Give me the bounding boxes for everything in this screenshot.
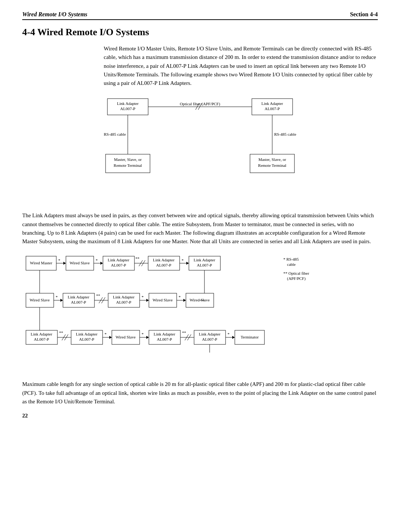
svg-text:Link Adapter: Link Adapter bbox=[261, 101, 283, 106]
svg-text:(APF/PCF): (APF/PCF) bbox=[287, 276, 306, 281]
svg-text:Link Adapter: Link Adapter bbox=[117, 101, 139, 106]
svg-text:*: * bbox=[141, 295, 144, 299]
svg-text:*: * bbox=[179, 295, 181, 299]
svg-text:AL007-P: AL007-P bbox=[197, 263, 212, 267]
svg-text:*: * bbox=[141, 332, 144, 336]
svg-marker-23 bbox=[63, 262, 66, 265]
svg-marker-89 bbox=[109, 336, 112, 339]
svg-text:cable: cable bbox=[287, 262, 296, 267]
svg-text:AL007-P: AL007-P bbox=[116, 300, 131, 304]
svg-text:Remote Terminal: Remote Terminal bbox=[258, 163, 286, 168]
svg-text:**  Optical fiber: ** Optical fiber bbox=[283, 271, 309, 275]
svg-text:*: * bbox=[58, 258, 60, 262]
paragraph-1: Wired Remote I/O Master Units, Remote I/… bbox=[104, 44, 378, 87]
svg-text:AL007-P: AL007-P bbox=[202, 337, 217, 341]
svg-text:**: ** bbox=[136, 256, 140, 261]
svg-text:Optical fiber (APF/PCF): Optical fiber (APF/PCF) bbox=[180, 102, 220, 106]
svg-text:*: * bbox=[56, 295, 58, 299]
diagram-1: Link Adapter AL007-P Link Adapter AL007-… bbox=[85, 95, 315, 202]
svg-marker-71 bbox=[183, 299, 186, 302]
svg-text:Link Adapter: Link Adapter bbox=[68, 295, 90, 299]
svg-text:*: * bbox=[96, 258, 98, 262]
svg-text:Link Adapter: Link Adapter bbox=[113, 295, 135, 299]
diagram-2: Wired Master * Wired Slave * Link Adapte… bbox=[24, 252, 376, 371]
svg-text:Master, Slave, or: Master, Slave, or bbox=[259, 157, 286, 162]
header-title: Wired Remote I/O Systems bbox=[22, 11, 87, 18]
section-title: 4-4 Wired Remote I/O Systems bbox=[22, 27, 378, 38]
svg-text:AL007-P: AL007-P bbox=[111, 263, 126, 267]
svg-text:Link Adapter: Link Adapter bbox=[31, 332, 53, 336]
svg-text:AL007-P: AL007-P bbox=[120, 106, 136, 111]
svg-text:*: * bbox=[104, 332, 107, 336]
svg-text:Wired Slave: Wired Slave bbox=[116, 335, 136, 339]
svg-text:AL007-P: AL007-P bbox=[71, 300, 86, 304]
svg-text:*: * bbox=[227, 332, 230, 336]
svg-text:Wired Slave: Wired Slave bbox=[190, 298, 210, 302]
svg-text:AL007-P: AL007-P bbox=[156, 263, 171, 267]
svg-text:Wired Slave: Wired Slave bbox=[153, 298, 173, 302]
svg-text:Link Adapter: Link Adapter bbox=[199, 332, 221, 336]
svg-text:Wired Master: Wired Master bbox=[30, 261, 53, 265]
svg-text:RS-485 cable: RS-485 cable bbox=[274, 132, 296, 136]
svg-marker-66 bbox=[146, 299, 149, 302]
page-header: Wired Remote I/O Systems Section 4-4 bbox=[22, 11, 378, 20]
svg-text:Link Adapter: Link Adapter bbox=[76, 332, 98, 336]
svg-text:Terminator: Terminator bbox=[241, 335, 259, 339]
svg-text:RS-485 cable: RS-485 cable bbox=[104, 132, 126, 136]
svg-text:*   RS-485: * RS-485 bbox=[283, 257, 299, 261]
svg-marker-41 bbox=[186, 262, 189, 265]
svg-text:**: ** bbox=[96, 293, 100, 298]
svg-marker-94 bbox=[146, 336, 149, 339]
header-section: Section 4-4 bbox=[350, 11, 378, 18]
diagram-1-container: Link Adapter AL007-P Link Adapter AL007-… bbox=[22, 95, 378, 202]
paragraph-2: The Link Adapters must always be used in… bbox=[22, 211, 378, 246]
paragraph-3: Maximum cable length for any single sect… bbox=[22, 380, 378, 406]
svg-text:Wired Slave: Wired Slave bbox=[70, 261, 90, 265]
svg-text:**: ** bbox=[59, 330, 63, 335]
svg-text:Remote Terminal: Remote Terminal bbox=[114, 163, 142, 168]
page: Wired Remote I/O Systems Section 4-4 4-4… bbox=[0, 0, 400, 532]
svg-marker-28 bbox=[100, 262, 103, 265]
diagram-2-container: Wired Master * Wired Slave * Link Adapte… bbox=[22, 252, 378, 371]
svg-text:*: * bbox=[181, 258, 184, 262]
svg-text:Link Adapter: Link Adapter bbox=[154, 332, 176, 336]
svg-text:Link Adapter: Link Adapter bbox=[153, 258, 175, 262]
page-number: 22 bbox=[22, 413, 378, 419]
svg-text:AL007-P: AL007-P bbox=[265, 106, 280, 111]
svg-text:**: ** bbox=[182, 330, 186, 335]
svg-text:AL007-P: AL007-P bbox=[34, 337, 49, 341]
svg-text:Master, Slave, or: Master, Slave, or bbox=[114, 157, 142, 162]
svg-text:AL007-P: AL007-P bbox=[79, 337, 94, 341]
svg-marker-107 bbox=[232, 336, 235, 339]
svg-text:Wired Slave: Wired Slave bbox=[30, 298, 50, 302]
svg-text:Link Adapter: Link Adapter bbox=[194, 258, 216, 262]
svg-text:Link Adapter: Link Adapter bbox=[108, 258, 130, 262]
svg-text:AL007-P: AL007-P bbox=[157, 337, 172, 341]
svg-marker-53 bbox=[60, 299, 63, 302]
